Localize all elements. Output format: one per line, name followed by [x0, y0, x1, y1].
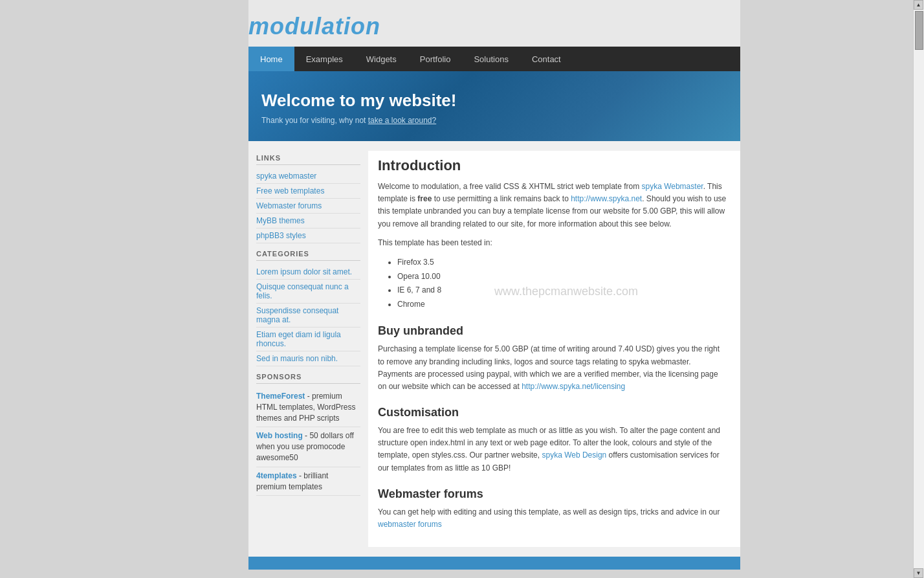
spyka-link[interactable]: spyka Webmaster [641, 182, 703, 191]
sponsor-2: Web hosting - 50 dollars off when you us… [256, 427, 360, 467]
sidebar-cat-2[interactable]: Quisque consequat nunc a felis. [256, 280, 360, 304]
licensing-link[interactable]: http://www.spyka.net/licensing [522, 382, 625, 391]
nav-examples[interactable]: Examples [294, 47, 355, 71]
scroll-up-arrow[interactable]: ▲ [914, 0, 923, 10]
scroll-thumb[interactable] [915, 11, 923, 50]
sidebar-cat-5[interactable]: Sed in mauris non nibh. [256, 351, 360, 366]
main-nav: Home Examples Widgets Portfolio Solution… [248, 47, 740, 71]
scrollbar[interactable]: ▲ ▼ [913, 0, 924, 570]
footer-bar [248, 557, 740, 570]
banner-heading: Welcome to my website! [261, 91, 727, 111]
intro-paragraph-1: Welcome to modulation, a free valid CSS … [378, 181, 727, 230]
forums-paragraph: You can get help with editing and using … [378, 506, 727, 531]
list-item: Firefox 3.5 [397, 256, 727, 270]
links-heading: LINKS [256, 154, 360, 165]
intro-paragraph-2: This template has been tested in: [378, 237, 727, 249]
buy-paragraph: Purchasing a template license for 5.00 G… [378, 343, 727, 393]
main-content: Introduction Welcome to modulation, a fr… [368, 151, 740, 547]
spyka-webdesign-link[interactable]: spyka Web Design [542, 450, 606, 460]
sidebar-link-webmaster-forums[interactable]: Webmaster forums [256, 199, 360, 214]
list-item: Chrome [397, 298, 727, 312]
sidebar-cat-1[interactable]: Lorem ipsum dolor sit amet. [256, 265, 360, 280]
nav-solutions[interactable]: Solutions [462, 47, 520, 71]
site-title: modulation [248, 13, 380, 39]
banner-link[interactable]: take a look around? [368, 116, 436, 125]
sidebar-link-mybb[interactable]: MyBB themes [256, 214, 360, 228]
sidebar-link-spyka[interactable]: spyka webmaster [256, 169, 360, 184]
categories-heading: CATEGORIES [256, 250, 360, 261]
customisation-heading: Customisation [378, 406, 727, 419]
nav-portfolio[interactable]: Portfolio [408, 47, 463, 71]
nav-contact[interactable]: Contact [520, 47, 573, 71]
scroll-down-arrow[interactable]: ▼ [914, 568, 923, 570]
sidebar-cat-4[interactable]: Etiam eget diam id ligula rhoncus. [256, 328, 360, 351]
header: modulation [248, 0, 740, 47]
sponsors-heading: SPONSORS [256, 373, 360, 384]
spyka-net-link[interactable]: http://www.spyka.net [571, 194, 642, 203]
nav-home[interactable]: Home [248, 47, 294, 71]
sponsor-1: ThemeForest - premium HTML templates, Wo… [256, 388, 360, 427]
sidebar-link-phpbb3[interactable]: phpBB3 styles [256, 228, 360, 243]
sidebar-cat-3[interactable]: Suspendisse consequat magna at. [256, 304, 360, 328]
customisation-paragraph: You are free to edit this web template a… [378, 425, 727, 474]
sidebar: LINKS spyka webmaster Free web templates… [248, 151, 368, 547]
webmaster-forums-link[interactable]: webmaster forums [378, 520, 442, 529]
tested-in-list: Firefox 3.5 Opera 10.00 IE 6, 7 and 8 Ch… [397, 256, 727, 311]
sponsor-3-link[interactable]: 4templates [256, 471, 297, 480]
banner-subtext: Thank you for visiting, why not take a l… [261, 116, 727, 125]
list-item: Opera 10.00 [397, 270, 727, 284]
sponsor-2-link[interactable]: Web hosting [256, 431, 303, 440]
sponsor-3: 4templates - brilliant premium templates [256, 467, 360, 496]
intro-heading: Introduction [378, 157, 727, 174]
banner: Welcome to my website! Thank you for vis… [248, 71, 740, 141]
list-item: IE 6, 7 and 8 [397, 283, 727, 298]
sidebar-link-free-templates[interactable]: Free web templates [256, 184, 360, 199]
forums-heading: Webmaster forums [378, 487, 727, 501]
content-wrapper: LINKS spyka webmaster Free web templates… [248, 141, 740, 557]
buy-heading: Buy unbranded [378, 324, 727, 338]
sponsor-1-link[interactable]: ThemeForest [256, 392, 305, 401]
nav-widgets[interactable]: Widgets [355, 47, 408, 71]
